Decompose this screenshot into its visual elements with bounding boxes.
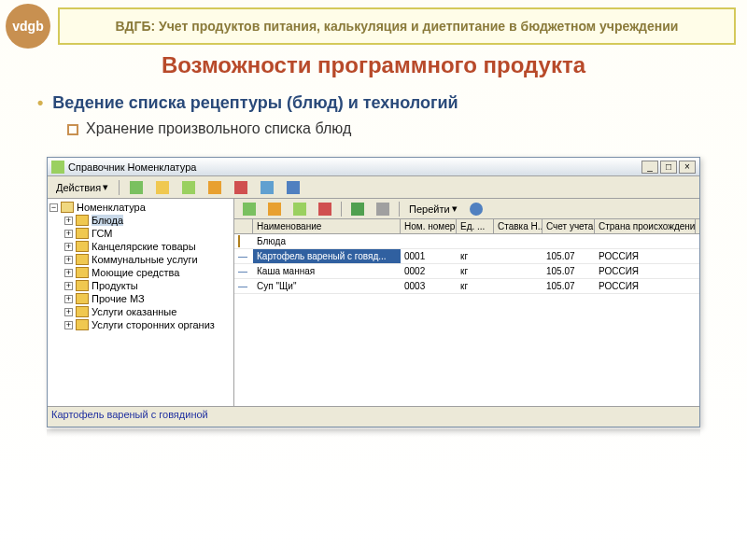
tree-root[interactable]: − Номенклатура: [49, 201, 232, 214]
expand-icon[interactable]: +: [64, 308, 73, 316]
maximize-button[interactable]: □: [660, 161, 677, 174]
col-name[interactable]: Наименование: [253, 219, 401, 233]
folder-icon: [238, 235, 240, 247]
expand-icon[interactable]: +: [64, 230, 73, 238]
gtb-copy-icon[interactable]: [289, 201, 311, 217]
tree-item-label: ГСМ: [92, 228, 112, 239]
cell: —: [234, 264, 253, 278]
cell: кг: [457, 279, 494, 293]
gtb-del-icon[interactable]: [314, 201, 336, 217]
window-title-text: Справочник Номенклатура: [68, 161, 196, 173]
cell: РОССИЯ: [595, 279, 696, 293]
col-vat[interactable]: Ставка Н...: [494, 219, 543, 233]
tree-item[interactable]: +Канцелярские товары: [49, 240, 232, 253]
tree-item-label: Блюда: [92, 215, 123, 226]
cell: Каша манная: [253, 264, 401, 278]
tree-item-label: Продукты: [92, 280, 138, 291]
gtb-filter-icon[interactable]: [372, 201, 394, 217]
grid-body[interactable]: Блюда—Картофель вареный с говяд...0001кг…: [234, 234, 699, 406]
app-icon: [51, 161, 64, 174]
expand-icon[interactable]: +: [64, 256, 73, 264]
bullet-level1: Ведение списка рецептуры (блюд) и технол…: [37, 93, 710, 113]
tree-item-label: Коммунальные услуги: [92, 254, 198, 265]
cell: 0002: [401, 264, 457, 278]
cell: Картофель вареный с говяд...: [253, 249, 401, 263]
goto-menu[interactable]: Перейти ▾: [404, 201, 462, 217]
cell: [494, 264, 543, 278]
item-icon: —: [238, 266, 247, 276]
group-row[interactable]: Блюда: [234, 234, 699, 249]
expand-icon[interactable]: +: [64, 269, 73, 277]
grid-panel: Перейти ▾ Наименование Ном. номер Ед. ..…: [234, 199, 699, 406]
col-country[interactable]: Страна происхождения: [595, 219, 696, 233]
gtb-help-icon[interactable]: [465, 201, 487, 217]
minimize-button[interactable]: _: [641, 161, 658, 174]
app-window: Справочник Номенклатура _ □ × Действия ▾…: [47, 157, 700, 427]
tb-delete-icon[interactable]: [230, 179, 252, 196]
cell: [494, 249, 543, 263]
folder-icon: [76, 319, 89, 330]
folder-icon: [76, 254, 89, 265]
expand-icon[interactable]: +: [64, 243, 73, 251]
cell: —: [234, 279, 253, 293]
cell: [457, 234, 494, 248]
tree-item[interactable]: +ГСМ: [49, 227, 232, 240]
tb-add-icon[interactable]: [125, 179, 148, 196]
collapse-icon[interactable]: −: [49, 203, 58, 212]
col-num[interactable]: Ном. номер: [401, 219, 457, 233]
cell: 105.07: [543, 264, 595, 278]
grid-header: Наименование Ном. номер Ед. ... Ставка Н…: [234, 219, 699, 234]
tree-item[interactable]: +Блюда: [49, 214, 232, 227]
close-button[interactable]: ×: [679, 161, 696, 174]
expand-icon[interactable]: +: [64, 282, 73, 290]
expand-icon[interactable]: +: [64, 321, 73, 329]
col-acct[interactable]: Счет учета: [543, 219, 595, 233]
cell: РОССИЯ: [595, 264, 696, 278]
actions-menu[interactable]: Действия ▾: [51, 179, 113, 195]
table-row[interactable]: —Каша манная0002кг105.07РОССИЯ: [234, 264, 699, 279]
tree-panel[interactable]: − Номенклатура +Блюда+ГСМ+Канцелярские т…: [48, 199, 234, 406]
tb-add-copy-icon[interactable]: [177, 179, 200, 196]
folder-icon: [76, 293, 89, 304]
tree-root-label: Номенклатура: [77, 202, 146, 213]
cell: Блюда: [253, 234, 401, 248]
cell: 0001: [401, 249, 457, 263]
item-icon: —: [238, 281, 247, 291]
table-row[interactable]: —Суп "Щи"0003кг105.07РОССИЯ: [234, 279, 699, 294]
tree-item[interactable]: +Продукты: [49, 279, 232, 292]
col-icon[interactable]: [234, 219, 253, 233]
expand-icon[interactable]: +: [64, 217, 73, 225]
cell: РОССИЯ: [595, 249, 696, 263]
tree-item[interactable]: +Прочие МЗ: [49, 292, 232, 305]
tree-item[interactable]: +Моющие средства: [49, 266, 232, 279]
cell: Суп "Щи": [253, 279, 401, 293]
vdgb-logo: vdgb: [6, 4, 50, 49]
tb-move-icon[interactable]: [282, 179, 304, 196]
item-icon: —: [238, 251, 247, 261]
bullet-level2: Хранение произвольного списка блюд: [67, 120, 710, 137]
cell: [543, 234, 595, 248]
gtb-edit-icon[interactable]: [263, 201, 286, 217]
tb-hierarchy-icon[interactable]: [256, 179, 278, 196]
window-titlebar: Справочник Номенклатура _ □ ×: [48, 158, 699, 176]
tree-item-label: Прочие МЗ: [92, 293, 145, 304]
col-unit[interactable]: Ед. ...: [457, 219, 494, 233]
slide-header: ВДГБ: Учет продуктов питания, калькуляци…: [58, 7, 736, 45]
tree-item-label: Услуги сторонних организ: [92, 319, 215, 330]
expand-icon[interactable]: +: [64, 295, 73, 303]
tb-edit-icon[interactable]: [204, 179, 226, 196]
tree-item[interactable]: +Услуги оказанные: [49, 305, 232, 318]
table-row[interactable]: —Картофель вареный с говяд...0001кг105.0…: [234, 249, 699, 264]
folder-open-icon: [61, 202, 74, 213]
tree-item[interactable]: +Услуги сторонних организ: [49, 318, 232, 331]
tree-item[interactable]: +Коммунальные услуги: [49, 253, 232, 266]
cell: 0003: [401, 279, 457, 293]
gtb-refresh-icon[interactable]: [346, 201, 369, 217]
cell: [494, 279, 543, 293]
cell: 105.07: [543, 279, 595, 293]
tb-add-folder-icon[interactable]: [151, 179, 174, 196]
cell: —: [234, 249, 253, 263]
folder-icon: [76, 241, 89, 252]
gtb-add-icon[interactable]: [238, 201, 261, 217]
cell: кг: [457, 249, 494, 263]
